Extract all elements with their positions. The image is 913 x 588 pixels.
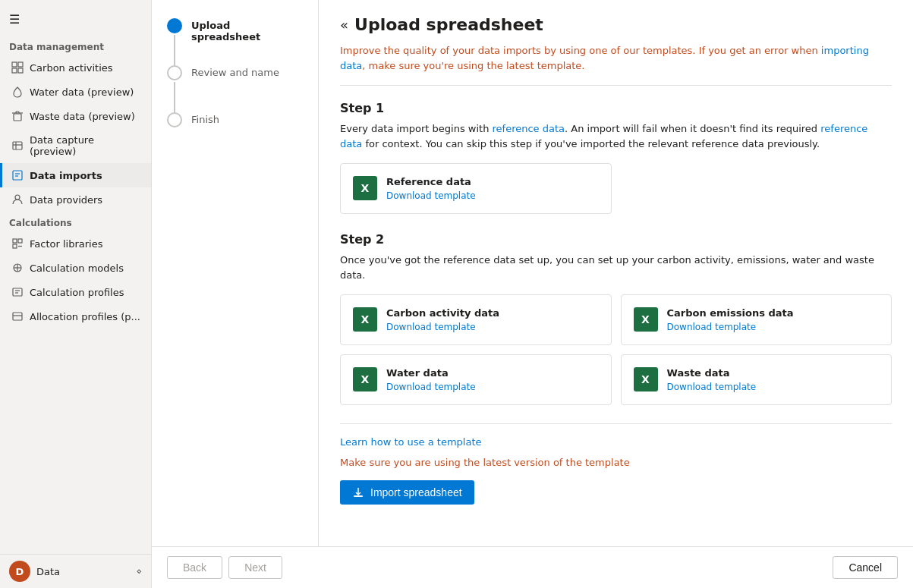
svg-rect-9	[13, 171, 22, 180]
step-review: Review and name	[167, 65, 303, 112]
trash-icon	[11, 110, 24, 122]
svg-rect-6	[13, 142, 22, 149]
sidebar-item-allocation-profiles[interactable]: Allocation profiles (p...	[0, 304, 151, 329]
sidebar-item-data-providers[interactable]: Data providers	[0, 187, 151, 212]
step1-section: Step 1 Every data import begins with ref…	[340, 101, 892, 214]
importing-data-link[interactable]: importing data	[340, 45, 869, 71]
step-upload: Upload spreadsheet	[167, 18, 303, 65]
import-icon	[11, 169, 24, 181]
svg-rect-14	[18, 239, 22, 243]
user-label: Data	[36, 566, 130, 577]
sidebar-item-water-data[interactable]: Water data (preview)	[0, 80, 151, 104]
learn-link[interactable]: Learn how to use a template	[340, 436, 892, 448]
footer-left: Back Next	[167, 556, 282, 579]
excel-icon: X	[634, 307, 658, 332]
section-divider	[340, 423, 892, 424]
svg-rect-26	[354, 495, 363, 497]
svg-rect-13	[13, 239, 17, 243]
svg-rect-20	[13, 288, 22, 296]
sidebar-label: Data providers	[30, 194, 102, 206]
sidebar-label: Allocation profiles (p...	[30, 311, 140, 322]
warning-text: Make sure you are using the latest versi…	[340, 457, 892, 468]
download-template-link[interactable]: Download template	[667, 322, 794, 332]
sidebar-item-calculation-models[interactable]: Calculation models	[0, 256, 151, 280]
cancel-button[interactable]: Cancel	[833, 556, 898, 579]
step2-cards-grid: X Carbon activity data Download template…	[340, 294, 892, 405]
step-line-2	[174, 82, 175, 112]
card-title: Carbon emissions data	[667, 307, 794, 319]
svg-rect-2	[12, 68, 17, 73]
step-label-finish: Finish	[191, 112, 219, 125]
sidebar-item-calculation-profiles[interactable]: Calculation profiles	[0, 280, 151, 304]
sidebar-item-carbon-activities[interactable]: Carbon activities	[0, 55, 151, 80]
excel-icon: X	[634, 367, 658, 391]
carbon-activity-card[interactable]: X Carbon activity data Download template	[340, 294, 612, 345]
step-line-1	[174, 35, 175, 65]
water-data-card[interactable]: X Water data Download template	[340, 354, 612, 405]
svg-rect-23	[13, 313, 22, 320]
chevron-icon: ⋄	[136, 566, 142, 577]
svg-rect-3	[18, 68, 23, 73]
stepper-panel: Upload spreadsheet Review and name Finis…	[152, 0, 319, 546]
sidebar-item-data-capture[interactable]: Data capture (preview)	[0, 128, 151, 163]
step-finish: Finish	[167, 112, 303, 127]
sidebar-label: Carbon activities	[30, 62, 113, 74]
card-title: Reference data	[386, 176, 476, 187]
profile-icon	[11, 286, 24, 298]
carbon-emissions-card[interactable]: X Carbon emissions data Download templat…	[621, 294, 893, 345]
download-template-link[interactable]: Download template	[386, 190, 476, 201]
calculations-label: Calculations	[0, 212, 151, 231]
step-circle-upload	[167, 18, 182, 33]
svg-rect-15	[13, 244, 17, 248]
step-label-upload: Upload spreadsheet	[191, 18, 303, 42]
provider-icon	[11, 193, 24, 206]
sidebar-label: Waste data (preview)	[30, 111, 135, 122]
reference-data-card[interactable]: X Reference data Download template	[340, 163, 612, 214]
hamburger-menu[interactable]: ☰	[0, 6, 151, 33]
card-title: Waste data	[667, 367, 757, 379]
step-label-review: Review and name	[191, 65, 279, 78]
reference-data-link-2[interactable]: reference data	[340, 123, 867, 149]
sidebar-label: Factor libraries	[30, 238, 102, 250]
next-button[interactable]: Next	[228, 556, 282, 579]
reference-data-link[interactable]: reference data	[493, 123, 565, 134]
step-circle-review	[167, 65, 182, 80]
grid-icon	[11, 61, 24, 74]
sidebar-item-waste-data[interactable]: Waste data (preview)	[0, 104, 151, 128]
download-template-link[interactable]: Download template	[386, 322, 499, 332]
sidebar-label: Calculation profiles	[30, 287, 124, 298]
step1-title: Step 1	[340, 101, 892, 115]
sidebar-label: Water data (preview)	[30, 86, 134, 98]
waste-data-card[interactable]: X Waste data Download template	[621, 354, 893, 405]
excel-icon: X	[353, 367, 377, 391]
download-template-link[interactable]: Download template	[386, 382, 476, 392]
allocation-icon	[11, 310, 24, 322]
import-btn-label: Import spreadsheet	[370, 486, 462, 498]
back-arrow-icon[interactable]: «	[340, 17, 348, 33]
step1-desc: Every data import begins with reference …	[340, 121, 892, 151]
info-banner: Improve the quality of your data imports…	[340, 43, 892, 86]
card-title: Carbon activity data	[386, 307, 499, 319]
sidebar-item-factor-libraries[interactable]: Factor libraries	[0, 231, 151, 256]
avatar: D	[9, 561, 30, 582]
card-title: Water data	[386, 367, 476, 379]
data-management-label: Data management	[0, 36, 151, 55]
page-title: Upload spreadsheet	[354, 15, 543, 34]
sidebar-label: Data capture (preview)	[30, 134, 142, 157]
user-profile[interactable]: D Data ⋄	[0, 554, 151, 588]
footer: Back Next Cancel	[152, 546, 913, 588]
sidebar-label: Data imports	[30, 170, 102, 181]
content-panel: « Upload spreadsheet Improve the quality…	[319, 0, 913, 546]
import-spreadsheet-button[interactable]: Import spreadsheet	[340, 480, 474, 505]
model-icon	[11, 262, 24, 274]
upload-icon	[352, 486, 364, 498]
sidebar-item-data-imports[interactable]: Data imports	[0, 163, 151, 187]
step2-section: Step 2 Once you've got the reference dat…	[340, 232, 892, 405]
download-template-link[interactable]: Download template	[667, 382, 757, 392]
sidebar: ☰ Data management Carbon activities Wate…	[0, 0, 152, 588]
factor-icon	[11, 237, 24, 250]
card-content: Reference data Download template	[386, 176, 476, 201]
step2-title: Step 2	[340, 232, 892, 247]
svg-point-12	[15, 195, 20, 200]
back-button[interactable]: Back	[167, 556, 222, 579]
